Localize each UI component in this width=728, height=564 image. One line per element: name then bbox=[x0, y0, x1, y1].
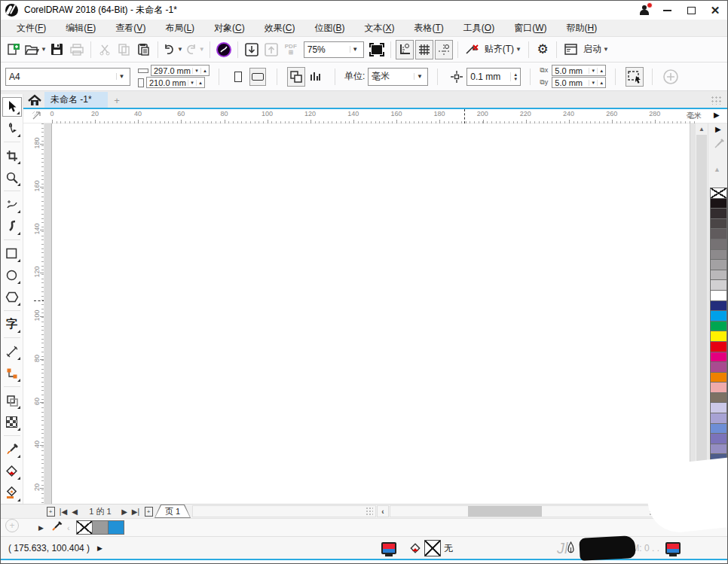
menu-item-对象[interactable]: 对象(C) bbox=[204, 20, 255, 37]
page-height-down[interactable]: ▾ bbox=[188, 80, 196, 86]
menu-item-编辑[interactable]: 编辑(E) bbox=[56, 20, 106, 37]
nudge-down[interactable]: ▼ bbox=[511, 77, 520, 81]
dup-x-up[interactable]: ▴ bbox=[597, 68, 605, 74]
search-content-button[interactable] bbox=[215, 40, 233, 59]
transparency-tool[interactable] bbox=[2, 413, 22, 432]
page-width-up[interactable]: ▴ bbox=[200, 68, 209, 74]
portrait-button[interactable] bbox=[230, 68, 246, 86]
duplicate-y-input[interactable]: 5.0 mm ▾▴ bbox=[552, 77, 606, 88]
drop-shadow-tool[interactable] bbox=[2, 391, 22, 410]
document-palette-eyedropper-icon[interactable] bbox=[50, 521, 63, 535]
save-button[interactable] bbox=[48, 40, 66, 59]
page-size-caret[interactable]: ▼ bbox=[116, 73, 127, 80]
page-1-tab[interactable]: 页 1 bbox=[154, 505, 191, 518]
shape-tool[interactable] bbox=[2, 119, 22, 139]
palette-swatch[interactable] bbox=[710, 310, 727, 322]
palette-swatch[interactable] bbox=[710, 270, 727, 281]
zoom-tool[interactable] bbox=[2, 168, 22, 187]
undo-button[interactable]: ▼ bbox=[163, 40, 183, 59]
minimize-button[interactable] bbox=[655, 2, 679, 19]
menu-item-布局[interactable]: 布局(L) bbox=[155, 20, 204, 37]
show-grid-toggle[interactable] bbox=[415, 40, 433, 59]
palette-swatch[interactable] bbox=[710, 259, 727, 270]
palette-swatch[interactable] bbox=[710, 300, 727, 312]
open-dropdown-caret[interactable]: ▼ bbox=[41, 46, 47, 53]
docker-expand-icon[interactable]: ▶ bbox=[714, 111, 720, 119]
options-gear-icon[interactable]: ⚙ bbox=[534, 40, 552, 59]
paste-button[interactable] bbox=[135, 40, 153, 59]
palette-swatch[interactable] bbox=[710, 198, 727, 209]
ellipse-tool[interactable] bbox=[2, 266, 22, 285]
smart-fill-tool[interactable] bbox=[2, 483, 22, 503]
ruler-origin-icon[interactable] bbox=[31, 109, 44, 123]
all-pages-button[interactable] bbox=[287, 67, 305, 87]
palette-eyedropper-icon[interactable] bbox=[714, 139, 724, 151]
duplicate-x-input[interactable]: 5.0 mm ▾▴ bbox=[552, 65, 606, 76]
vertical-ruler[interactable]: 18016014012010080604020 bbox=[31, 123, 44, 504]
palette-swatch[interactable] bbox=[710, 402, 727, 413]
crop-tool[interactable] bbox=[2, 146, 22, 166]
palette-swatch[interactable] bbox=[710, 444, 727, 455]
rectangle-tool[interactable] bbox=[2, 244, 22, 264]
palette-swatch[interactable] bbox=[710, 249, 727, 261]
polygon-tool[interactable] bbox=[2, 288, 22, 307]
palette-swatch[interactable] bbox=[710, 218, 727, 230]
open-button[interactable]: ▼ bbox=[24, 40, 47, 59]
page-width-input[interactable]: 297.0 mm ▾▴ bbox=[151, 65, 210, 76]
scroll-left-button[interactable]: ‹ bbox=[377, 505, 389, 517]
horizontal-ruler[interactable]: 020406080100120140160180200220240260280 bbox=[44, 109, 697, 123]
first-page-button[interactable]: |◀ bbox=[58, 505, 69, 518]
page-size-combobox[interactable]: A4 ▼ bbox=[5, 68, 130, 86]
palette-swatch[interactable] bbox=[710, 331, 727, 342]
page-width-down[interactable]: ▾ bbox=[192, 68, 200, 74]
vertical-scroll-thumb[interactable] bbox=[696, 135, 707, 483]
palette-swatch[interactable] bbox=[710, 382, 727, 393]
snap-dropdown-caret[interactable]: ▼ bbox=[515, 46, 522, 53]
import-button[interactable] bbox=[243, 40, 261, 59]
palette-swatch[interactable] bbox=[710, 321, 727, 332]
new-tab-button[interactable]: + bbox=[109, 93, 124, 107]
color-eyedropper-tool[interactable] bbox=[2, 440, 22, 459]
document-palette-swatch[interactable] bbox=[76, 520, 93, 535]
document-color-settings-icon[interactable] bbox=[381, 537, 396, 559]
text-tool[interactable]: 字 bbox=[2, 315, 22, 334]
palette-swatch[interactable] bbox=[710, 187, 727, 199]
proof-color-settings-icon[interactable] bbox=[665, 537, 681, 559]
palette-swatch[interactable] bbox=[710, 290, 727, 301]
palette-swatch[interactable] bbox=[710, 361, 727, 373]
page-height-input[interactable]: 210.0 mm ▾▴ bbox=[146, 77, 205, 88]
new-document-button[interactable] bbox=[5, 40, 23, 59]
tab-scroll-track[interactable] bbox=[192, 505, 376, 517]
launch-button[interactable]: 启动 ▼ bbox=[580, 41, 612, 59]
add-page-end-button[interactable]: + bbox=[142, 505, 154, 518]
palette-swatch[interactable] bbox=[710, 228, 727, 239]
previous-page-button[interactable]: ◀ bbox=[70, 505, 79, 518]
pick-tool[interactable] bbox=[2, 97, 22, 117]
menu-item-文件[interactable]: 文件(F) bbox=[7, 20, 56, 37]
palette-swatch[interactable] bbox=[710, 208, 727, 219]
dup-y-up[interactable]: ▴ bbox=[597, 80, 605, 86]
palette-swatch[interactable] bbox=[710, 413, 727, 424]
units-combobox[interactable]: 毫米 ▼ bbox=[368, 68, 428, 86]
fill-none-swatch[interactable] bbox=[424, 540, 441, 556]
connector-tool[interactable] bbox=[2, 364, 22, 383]
palette-swatch[interactable] bbox=[710, 423, 727, 434]
home-icon[interactable] bbox=[25, 92, 44, 108]
artistic-media-tool[interactable] bbox=[2, 217, 22, 236]
scrollbar-splitter-grip[interactable] bbox=[366, 507, 373, 516]
vertical-scrollbar[interactable]: ▲ ▼ bbox=[696, 123, 708, 504]
menu-item-效果[interactable]: 效果(C) bbox=[255, 20, 305, 37]
palette-grip[interactable] bbox=[711, 96, 723, 105]
fullscreen-preview-button[interactable] bbox=[368, 40, 386, 59]
show-rulers-toggle[interactable] bbox=[396, 40, 414, 59]
palette-scroll-up-icon[interactable]: ▲ bbox=[714, 166, 720, 173]
canvas[interactable] bbox=[44, 123, 696, 504]
units-caret[interactable]: ▼ bbox=[414, 73, 424, 80]
interactive-fill-tool[interactable] bbox=[2, 462, 22, 481]
next-page-button[interactable]: ▶ bbox=[120, 505, 129, 518]
snap-to-button[interactable]: 贴齐(T) ▼ bbox=[482, 41, 525, 59]
dup-x-down[interactable]: ▾ bbox=[589, 68, 597, 74]
landscape-button[interactable] bbox=[249, 68, 266, 86]
palette-swatch[interactable] bbox=[710, 433, 727, 444]
zoom-dropdown-caret[interactable]: ▼ bbox=[350, 46, 360, 53]
